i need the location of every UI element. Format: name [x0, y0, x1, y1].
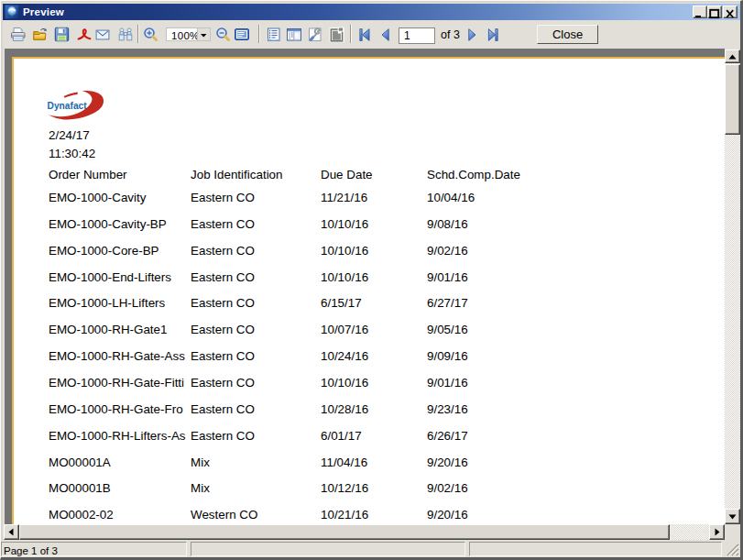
svg-text:Dynafact: Dynafact — [48, 100, 87, 111]
